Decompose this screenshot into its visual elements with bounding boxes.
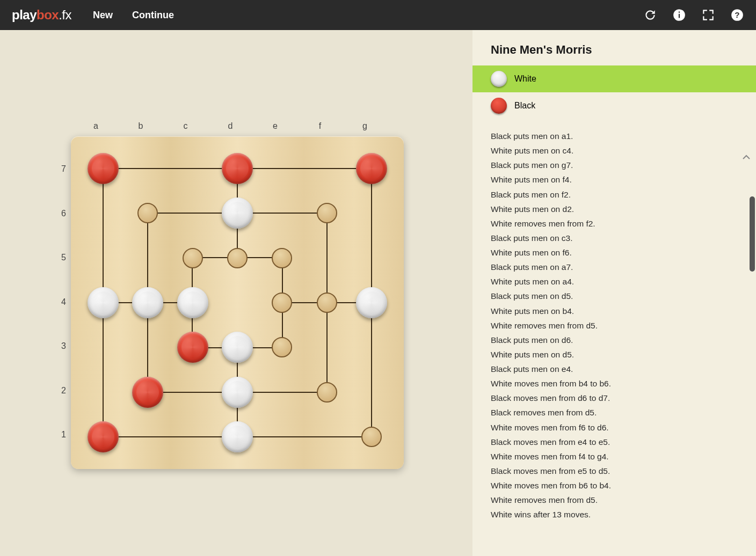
point-f2[interactable] [317, 382, 337, 403]
point-b6[interactable] [137, 203, 158, 223]
row-label-3: 3 [61, 341, 66, 350]
sidebar: Nine Men's Morris White Black Black puts… [473, 30, 756, 556]
chevron-up-icon[interactable] [742, 155, 751, 160]
log-entry: Black puts men on g7. [491, 158, 738, 172]
point-d5[interactable] [227, 248, 248, 268]
red-piece-a1[interactable] [88, 421, 119, 452]
log-entry: Black moves men from e4 to e5. [491, 435, 738, 449]
point-e5[interactable] [272, 248, 292, 268]
log-entry: White puts men on d2. [491, 202, 738, 216]
col-label-d: d [227, 121, 235, 131]
white-piece-icon [491, 71, 507, 87]
logo-play: play [12, 8, 37, 22]
white-piece-d1[interactable] [222, 421, 253, 452]
white-piece-d3[interactable] [222, 332, 253, 363]
col-label-g: g [361, 121, 369, 131]
row-label-1: 1 [61, 430, 66, 438]
game-title: Nine Men's Morris [473, 43, 756, 65]
white-piece-a4[interactable] [88, 287, 119, 318]
refresh-icon[interactable] [643, 8, 657, 22]
col-label-c: c [181, 121, 190, 131]
white-piece-d2[interactable] [222, 377, 253, 408]
app-header: playbox.fx New Continue ? [0, 0, 756, 30]
red-piece-a7[interactable] [88, 153, 119, 184]
row-labels: 7654321 [61, 164, 66, 438]
log-entry: Black moves men from d6 to d7. [491, 391, 738, 405]
player-white-label: White [514, 74, 536, 84]
black-piece-icon [491, 98, 507, 114]
board-lines [71, 136, 404, 469]
point-g1[interactable] [361, 427, 382, 447]
row-label-4: 4 [61, 297, 66, 306]
log-entry: White moves men from f4 to g4. [491, 449, 738, 464]
svg-rect-1 [679, 14, 680, 18]
row-label-6: 6 [61, 209, 66, 217]
game-board [71, 136, 404, 469]
red-piece-d7[interactable] [222, 153, 253, 184]
svg-rect-2 [679, 12, 680, 13]
log-entry: White puts men on a4. [491, 274, 738, 289]
log-entry: Black removes men from d5. [491, 405, 738, 420]
fullscreen-icon[interactable] [701, 8, 715, 22]
col-label-a: a [92, 121, 100, 131]
point-e3[interactable] [272, 337, 292, 357]
log-entry: White removes men from d5. [491, 493, 738, 507]
log-entry: White puts men on f6. [491, 245, 738, 260]
row-label-5: 5 [61, 253, 66, 261]
log-entry: Black puts men on f2. [491, 187, 738, 202]
scrollbar-thumb[interactable] [750, 196, 755, 272]
svg-text:?: ? [735, 10, 739, 19]
white-piece-b4[interactable] [132, 287, 163, 318]
point-e4[interactable] [272, 292, 292, 313]
nav-new[interactable]: New [93, 10, 113, 21]
red-piece-b2[interactable] [132, 377, 163, 408]
move-log: Black puts men on a1.White puts men on c… [473, 119, 756, 532]
help-icon[interactable]: ? [730, 8, 744, 22]
header-icon-group: ? [643, 8, 744, 22]
log-entry: White puts men on f4. [491, 172, 738, 187]
log-entry: Black puts men on d6. [491, 333, 738, 347]
log-entry: Black puts men on a7. [491, 260, 738, 274]
red-piece-c3[interactable] [177, 332, 208, 363]
player-white-row[interactable]: White [473, 65, 756, 92]
log-entry: White wins after 13 moves. [491, 507, 738, 522]
logo-box: box [37, 8, 59, 22]
point-f4[interactable] [317, 292, 337, 313]
log-entry: Black puts men on d5. [491, 289, 738, 303]
white-piece-g4[interactable] [356, 287, 387, 318]
logo-fx: .fx [59, 8, 71, 22]
row-label-2: 2 [61, 386, 66, 394]
red-piece-g7[interactable] [356, 153, 387, 184]
log-entry: White moves men from b4 to b6. [491, 376, 738, 391]
player-black-label: Black [514, 101, 535, 111]
white-piece-d6[interactable] [222, 197, 253, 229]
column-labels: abcdefg [92, 121, 369, 131]
log-entry: Black puts men on c3. [491, 231, 738, 245]
col-label-f: f [316, 121, 324, 131]
log-entry: White puts men on b4. [491, 304, 738, 318]
app-logo: playbox.fx [12, 8, 71, 23]
info-icon[interactable] [672, 8, 686, 22]
nav-continue[interactable]: Continue [132, 10, 174, 21]
player-black-row[interactable]: Black [473, 92, 756, 119]
log-entry: White removes men from f2. [491, 216, 738, 231]
col-label-b: b [137, 121, 145, 131]
log-entry: White puts men on c4. [491, 143, 738, 158]
white-piece-c4[interactable] [177, 287, 208, 318]
log-entry: White moves men from f6 to d6. [491, 420, 738, 435]
log-entry: Black moves men from e5 to d5. [491, 464, 738, 478]
point-f6[interactable] [317, 203, 337, 223]
row-label-7: 7 [61, 164, 66, 173]
log-entry: Black puts men on a1. [491, 129, 738, 143]
col-label-e: e [271, 121, 279, 131]
log-entry: Black puts men on e4. [491, 362, 738, 376]
log-entry: White moves men from b6 to b4. [491, 478, 738, 493]
board-area: abcdefg 7654321 [0, 30, 473, 556]
log-entry: White removes men from d5. [491, 318, 738, 333]
log-entry: White puts men on d5. [491, 347, 738, 362]
nav-menu: New Continue [93, 10, 174, 21]
point-c5[interactable] [183, 248, 203, 268]
